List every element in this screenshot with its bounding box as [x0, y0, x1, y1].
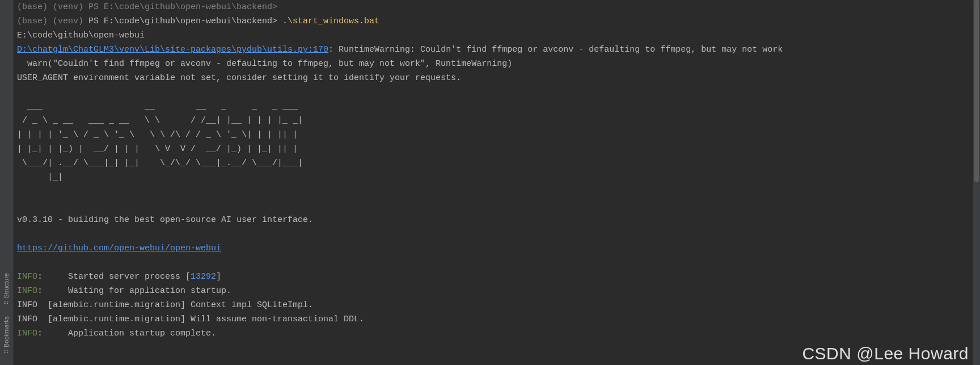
sidebar-tab-label: Bookmarks [0, 316, 14, 347]
terminal-output[interactable]: (base) (venv) PS E:\code\github\open-web… [17, 0, 977, 341]
log-sep: : [37, 286, 68, 296]
vertical-scrollbar[interactable] [973, 0, 980, 365]
prompt-path: PS E:\code\github\open-webui\backend> [88, 16, 282, 26]
output-line: INFO [alembic.runtime.migration] Will as… [17, 314, 364, 324]
ascii-art-line: |_| [17, 173, 63, 182]
prev-prompt-line: (base) (venv) PS E:\code\github\open-web… [17, 2, 277, 12]
warning-source-link[interactable]: D:\chatglm\ChatGLM3\venv\Lib\site-packag… [17, 45, 328, 54]
log-level: INFO [17, 272, 37, 282]
bookmarks-icon: ⠿ [0, 350, 14, 354]
log-level: INFO [17, 329, 37, 338]
version-line: v0.3.10 - building the best open-source … [17, 215, 313, 225]
output-line: E:\code\github\open-webui [17, 31, 145, 40]
log-text: Application startup complete. [68, 329, 216, 338]
sidebar-tab-bookmarks[interactable]: ⠿ Bookmarks [0, 313, 15, 357]
log-level: INFO [17, 286, 37, 296]
sidebar-tab-label: Structure [0, 273, 14, 299]
log-sep: : [37, 329, 68, 338]
log-text: Started server process [ [68, 272, 191, 282]
output-line: INFO [alembic.runtime.migration] Context… [17, 300, 313, 310]
ascii-art-line: ___ __ __ _ _ _ ___ [17, 102, 298, 111]
log-text: Waiting for application startup. [68, 286, 231, 296]
log-text: ] [216, 272, 221, 282]
structure-icon: ⠿ [0, 301, 14, 305]
output-line: warn("Couldn't find ffmpeg or avconv - d… [17, 59, 512, 69]
log-sep: : [37, 272, 68, 282]
ascii-art-line: | |_| | |_) | __/ | | | \ V V / __/ |_) … [17, 144, 298, 154]
command-text: .\start_windows.bat [282, 16, 379, 26]
repo-link[interactable]: https://github.com/open-webui/open-webui [17, 244, 221, 253]
ide-sidebar: ⠿ Structure ⠿ Bookmarks [0, 0, 14, 365]
prompt-prefix: (base) (venv) [17, 16, 88, 26]
output-line: USER_AGENT environment variable not set,… [17, 73, 461, 83]
ascii-art-line: | | | | '_ \ / _ \ '_ \ \ \ /\ / / _ \ '… [17, 130, 298, 140]
scrollbar-thumb[interactable] [974, 0, 979, 182]
watermark-text: CSDN @Lee Howard [802, 346, 969, 360]
warning-text: : RuntimeWarning: Couldn't find ffmpeg o… [328, 45, 783, 54]
terminal-panel[interactable]: (base) (venv) PS E:\code\github\open-web… [14, 0, 980, 365]
ascii-art-line: / _ \ _ __ ___ _ __ \ \ / /__| |__ | | |… [17, 116, 303, 125]
process-id: 13292 [191, 272, 216, 282]
ascii-art-line: \___/| .__/ \___|_| |_| \_/\_/ \___|_.__… [17, 158, 303, 168]
sidebar-tab-structure[interactable]: ⠿ Structure [0, 270, 15, 308]
